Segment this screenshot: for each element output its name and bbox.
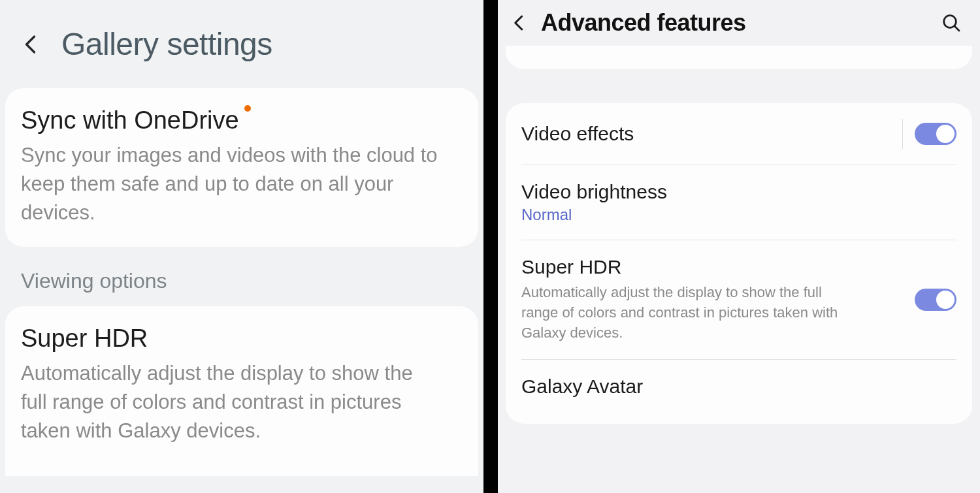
video-effects-toggle[interactable] [915,123,956,145]
sync-title: Sync with OneDrive [21,106,239,134]
sync-onedrive-row[interactable]: Sync with OneDrive Sync your images and … [5,88,478,247]
header: Advanced features [498,0,980,46]
pane-divider [483,0,498,493]
super-hdr-title: Super HDR [21,325,463,353]
sync-title-wrap: Sync with OneDrive [21,106,239,135]
super-hdr-desc: Automatically adjust the display to show… [521,282,861,343]
page-title: Advanced features [541,9,746,37]
galaxy-avatar-title: Galaxy Avatar [521,375,956,398]
row-text: Super HDR Automatically adjust the displ… [521,256,915,343]
video-effects-title: Video effects [521,123,902,145]
svg-line-1 [955,26,959,31]
vertical-divider [902,119,903,149]
back-icon[interactable] [20,33,43,56]
back-icon[interactable] [510,13,529,33]
super-hdr-title: Super HDR [521,256,915,278]
search-icon[interactable] [941,12,962,33]
settings-card: Video effects Video brightness Normal Su… [506,103,972,424]
page-title: Gallery settings [61,26,272,62]
super-hdr-toggle[interactable] [915,289,956,311]
row-text: Video brightness Normal [521,181,956,224]
header-left: Advanced features [510,9,746,37]
galaxy-avatar-row[interactable]: Galaxy Avatar [506,360,972,424]
super-hdr-desc: Automatically adjust the display to show… [21,359,439,445]
advanced-features-screen: Advanced features Video effects Video br… [498,0,980,493]
super-hdr-row[interactable]: Super HDR Automatically adjust the displ… [506,240,972,359]
row-text: Video effects [521,123,902,145]
row-text: Galaxy Avatar [521,375,956,398]
notification-dot-icon [244,105,251,112]
video-brightness-title: Video brightness [521,181,956,203]
video-brightness-value: Normal [521,206,956,224]
gallery-settings-screen: Gallery settings Sync with OneDrive Sync… [0,0,483,493]
video-brightness-row[interactable]: Video brightness Normal [506,165,972,240]
sync-desc: Sync your images and videos with the clo… [21,141,439,227]
section-viewing-options: Viewing options [0,247,483,306]
video-effects-row[interactable]: Video effects [506,103,972,165]
header: Gallery settings [0,0,483,88]
super-hdr-row[interactable]: Super HDR Automatically adjust the displ… [5,306,478,476]
previous-card-bottom [506,46,972,69]
